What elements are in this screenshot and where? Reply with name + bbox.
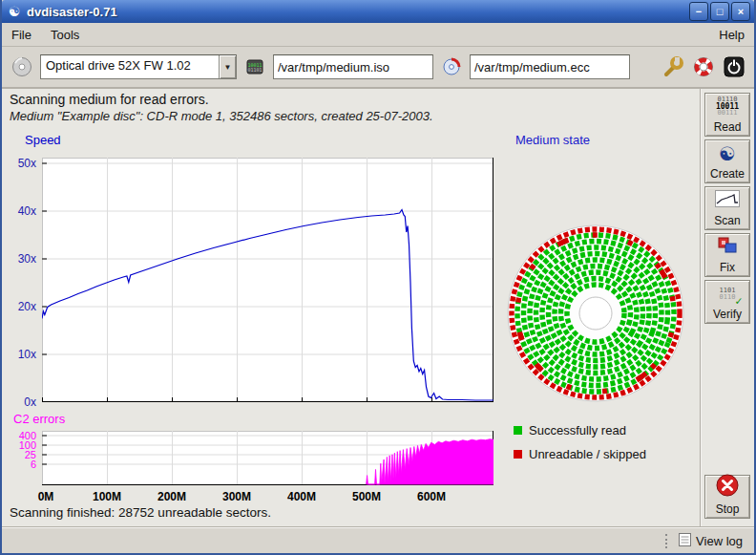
create-icon: ☯ bbox=[719, 144, 736, 163]
legend-label: Successfully read bbox=[529, 423, 626, 438]
iso-file-icon: 1001101101 bbox=[242, 54, 267, 79]
toolbar: Optical drive 52X FW 1.02 ▼ 1001101101 bbox=[2, 47, 754, 87]
scan-button[interactable]: Scan bbox=[704, 186, 750, 230]
menu-help[interactable]: Help bbox=[709, 25, 754, 45]
iso-path-input[interactable] bbox=[273, 54, 433, 79]
speed-ytick: 0x bbox=[2, 395, 36, 409]
ecc-path-input[interactable] bbox=[470, 54, 630, 79]
xtick: 500M bbox=[352, 490, 381, 503]
xtick: 400M bbox=[287, 490, 316, 503]
speed-ytick: 10x bbox=[2, 348, 36, 361]
create-button[interactable]: ☯ Create bbox=[704, 139, 750, 183]
scan-result-status: Scanning finished: 28752 unreadable sect… bbox=[10, 505, 271, 520]
app-window: ☯ dvdisaster-0.71 − □ × File Tools Help … bbox=[0, 0, 756, 555]
action-sidebar: 01110 10011 00111 Read ☯ Create Scan bbox=[701, 89, 754, 526]
xtick: 300M bbox=[222, 490, 251, 503]
quit-power-icon[interactable] bbox=[722, 54, 746, 79]
xtick: 100M bbox=[93, 490, 121, 503]
c2-chart-title: C2 errors bbox=[13, 412, 65, 426]
read-button-label: Read bbox=[714, 120, 742, 134]
drive-icon bbox=[10, 54, 34, 79]
ecc-file-icon bbox=[439, 54, 464, 79]
read-icon: 01110 10011 00111 bbox=[716, 96, 739, 117]
window-title: dvdisaster-0.71 bbox=[27, 5, 687, 19]
legend-item-read: Successfully read bbox=[514, 423, 626, 438]
view-log-button[interactable]: View log bbox=[675, 531, 746, 551]
verify-icon: 1101 0110 ✓ bbox=[720, 288, 736, 301]
medium-state-title: Medium state bbox=[515, 133, 590, 147]
medium-state-disc bbox=[505, 223, 686, 408]
c2-plot bbox=[42, 431, 494, 485]
app-icon: ☯ bbox=[6, 4, 23, 19]
stop-button[interactable]: Stop bbox=[704, 475, 750, 519]
legend-swatch bbox=[514, 426, 522, 435]
legend-swatch bbox=[514, 450, 522, 459]
legend-item-unreadable: Unreadable / skipped bbox=[514, 447, 646, 461]
xtick: 200M bbox=[158, 490, 186, 503]
speed-ytick: 30x bbox=[2, 252, 36, 266]
status-line-medium-info: Medium "Example disc": CD-R mode 1, 3524… bbox=[10, 109, 433, 123]
speed-ytick: 50x bbox=[2, 157, 36, 170]
maximize-button[interactable]: □ bbox=[710, 2, 729, 21]
main-area: Scanning medium for read errors. Medium … bbox=[2, 89, 754, 526]
help-lifebuoy-icon[interactable] bbox=[691, 54, 716, 79]
stop-button-label: Stop bbox=[716, 502, 740, 516]
xtick: 0M bbox=[38, 490, 54, 503]
legend-label: Unreadable / skipped bbox=[529, 447, 646, 461]
content-pane: Scanning medium for read errors. Medium … bbox=[2, 89, 700, 526]
speed-ytick: 40x bbox=[2, 204, 36, 218]
bottom-bar: View log bbox=[2, 526, 754, 554]
minimize-button[interactable]: − bbox=[689, 2, 708, 21]
fix-button-label: Fix bbox=[720, 261, 735, 274]
menu-tools[interactable]: Tools bbox=[41, 25, 89, 45]
fix-icon bbox=[716, 236, 739, 259]
read-button[interactable]: 01110 10011 00111 Read bbox=[704, 93, 750, 137]
svg-text:01101: 01101 bbox=[247, 67, 262, 73]
menubar: File Tools Help bbox=[2, 23, 754, 47]
drive-select-value: Optical drive 52X FW 1.02 bbox=[41, 55, 219, 78]
speed-plot bbox=[42, 158, 494, 402]
drive-select[interactable]: Optical drive 52X FW 1.02 ▼ bbox=[40, 54, 237, 79]
create-button-label: Create bbox=[710, 167, 745, 181]
grip-handle bbox=[665, 534, 667, 548]
speed-chart-title: Speed bbox=[25, 133, 61, 147]
verify-button[interactable]: 1101 0110 ✓ Verify bbox=[704, 280, 750, 324]
verify-button-label: Verify bbox=[713, 308, 742, 321]
close-button[interactable]: × bbox=[731, 2, 750, 21]
log-icon bbox=[679, 533, 691, 549]
chevron-down-icon[interactable]: ▼ bbox=[219, 55, 236, 78]
stop-icon bbox=[715, 473, 740, 502]
view-log-label: View log bbox=[696, 534, 743, 548]
scan-button-label: Scan bbox=[714, 214, 740, 227]
menu-file[interactable]: File bbox=[2, 25, 41, 45]
fix-button[interactable]: Fix bbox=[704, 233, 750, 277]
scan-icon bbox=[715, 190, 740, 211]
xtick: 600M bbox=[417, 490, 446, 503]
titlebar[interactable]: ☯ dvdisaster-0.71 − □ × bbox=[2, 0, 754, 23]
status-line-primary: Scanning medium for read errors. bbox=[10, 92, 209, 107]
c2-ytick: 6 bbox=[2, 459, 36, 470]
speed-ytick: 20x bbox=[2, 300, 36, 313]
preferences-wrench-icon[interactable] bbox=[661, 54, 685, 79]
